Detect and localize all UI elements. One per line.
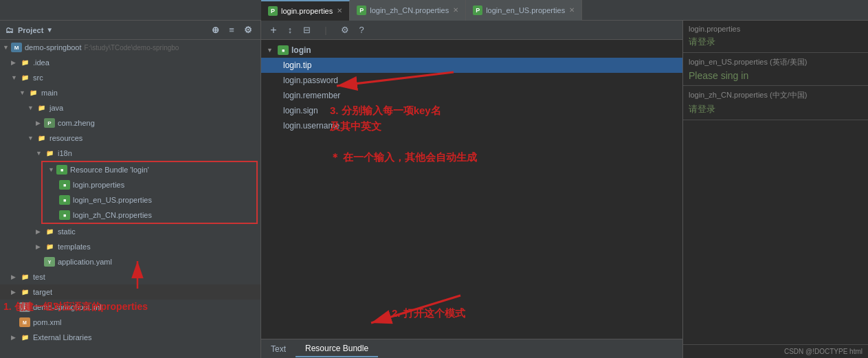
- icon-demo-iml: I: [19, 302, 30, 312]
- right-footer: CSDN @!DOCTYPE html: [683, 344, 868, 358]
- icon-login-zh-properties: ■: [59, 210, 70, 220]
- tree-item-main[interactable]: ▼ 📁 main: [0, 85, 260, 100]
- key-text-login-username: login.username: [283, 121, 340, 131]
- icon-application-yaml: Y: [44, 257, 55, 267]
- right-section-value-login-en[interactable]: Please sing in: [689, 70, 863, 81]
- label-login-properties: login.properties: [73, 181, 124, 189]
- tree-item-external-libs[interactable]: ▶ 📁 External Libraries: [0, 330, 260, 345]
- bundle-item-login-password[interactable]: login.password: [261, 73, 682, 88]
- center-expand-btn[interactable]: ⊟: [300, 23, 313, 37]
- sidebar-sync-btn[interactable]: ⊕: [208, 23, 222, 37]
- tree-item-login-zh-properties[interactable]: ■ login_zh_CN.properties: [43, 208, 256, 223]
- arrow-resource-bundle: ▼: [48, 166, 56, 173]
- sidebar-title: Project: [18, 26, 43, 34]
- icon-target: 📁: [19, 287, 30, 297]
- tree-item-i18n[interactable]: ▼ 📁 i18n: [0, 146, 260, 161]
- project-icon: 🗂: [5, 25, 14, 35]
- tree-item-test[interactable]: ▶ 📁 test: [0, 269, 260, 284]
- label-external-libs: External Libraries: [33, 333, 92, 342]
- tree-item-pom-xml[interactable]: ▶ M pom.xml: [0, 315, 260, 330]
- tab-resource-bundle[interactable]: Resource Bundle: [296, 341, 378, 357]
- right-section-label-login-props: login.properties: [689, 25, 863, 33]
- arrow-src: ▼: [11, 74, 19, 81]
- icon-templates: 📁: [44, 242, 55, 251]
- tab-close-login-en[interactable]: ✕: [569, 6, 575, 14]
- key-text-login-sign: login.sign: [283, 106, 318, 115]
- bundle-item-login-username[interactable]: login.username: [261, 118, 682, 133]
- label-demo-springboot: demo-springboot: [25, 43, 82, 52]
- label-demo-iml: demo-springboot.iml: [33, 303, 102, 311]
- tab-text[interactable]: Text: [261, 342, 296, 357]
- sidebar-settings-btn[interactable]: ⚙: [241, 23, 255, 37]
- tree-item-java[interactable]: ▼ 📁 java: [0, 100, 260, 115]
- arrow-resources: ▼: [27, 135, 36, 142]
- arrow-i18n: ▼: [36, 150, 44, 157]
- tab-label-login-en: login_en_US.properties: [486, 6, 565, 14]
- tree-item-login-properties[interactable]: ■ login.properties: [43, 177, 256, 192]
- icon-resource-bundle: ■: [56, 165, 67, 175]
- icon-pom-xml: M: [19, 317, 30, 327]
- annotation-step1: [683, 228, 868, 236]
- tree-item-demo-springboot[interactable]: ▼ M demo-springboot F:\study\TCode\demo-…: [0, 40, 260, 55]
- sidebar-header: 🗂 Project ▼ ⊕ ≡ ⚙: [0, 21, 260, 40]
- tab-label-login-zh: login_zh_CN.properties: [370, 6, 449, 14]
- center-settings-btn[interactable]: ⚙: [338, 23, 352, 37]
- center-toolbar: + ↕ ⊟ | ⚙ ?: [261, 21, 682, 40]
- right-footer-text: CSDN @!DOCTYPE html: [784, 348, 863, 355]
- icon-i18n: 📁: [44, 148, 55, 158]
- tab-close-login-zh[interactable]: ✕: [453, 6, 458, 14]
- tree-item-idea[interactable]: ▶ 📁 .idea: [0, 55, 260, 70]
- icon-main: 📁: [27, 88, 38, 98]
- label-login-zh-properties: login_zh_CN.properties: [73, 211, 152, 219]
- icon-idea: 📁: [19, 58, 30, 67]
- center-divider: |: [319, 23, 333, 37]
- tree-item-login-en-properties[interactable]: ■ login_en_US.properties: [43, 192, 256, 208]
- right-panel: login.properties 请登录 login_en_US.propert…: [682, 21, 868, 358]
- label-java: java: [49, 104, 63, 112]
- highlighted-bundle-section: ▼ ■ Resource Bundle 'login' ■ login.prop…: [41, 161, 258, 224]
- tree-item-resource-bundle[interactable]: ▼ ■ Resource Bundle 'login': [43, 162, 256, 177]
- tree-item-demo-iml[interactable]: ▶ I demo-springboot.iml: [0, 300, 260, 315]
- right-section-login-zh: login_zh_CN.properties (中文/中国) 请登录: [683, 86, 868, 120]
- tab-icon-props: P: [268, 6, 278, 16]
- tree-item-target[interactable]: ▶ 📁 target: [0, 284, 260, 300]
- key-text-login-password: login.password: [283, 76, 338, 85]
- tree-item-application-yaml[interactable]: ▶ Y application.yaml: [0, 254, 260, 269]
- icon-java: 📁: [36, 103, 47, 113]
- center-sort-btn[interactable]: ↕: [283, 23, 297, 37]
- label-resource-bundle: Resource Bundle 'login': [70, 166, 149, 174]
- center-add-btn[interactable]: +: [267, 23, 280, 37]
- tree-item-src[interactable]: ▼ 📁 src: [0, 70, 260, 85]
- tab-login-zh[interactable]: P login_zh_CN.properties ✕: [350, 0, 466, 21]
- tab-login-props[interactable]: P login.properties ✕: [261, 0, 350, 21]
- sidebar-collapse-btn[interactable]: ≡: [225, 23, 238, 37]
- center-help-btn[interactable]: ?: [355, 23, 368, 37]
- sidebar: 🗂 Project ▼ ⊕ ≡ ⚙ ▼ M demo-springboot F:…: [0, 21, 261, 358]
- icon-login-properties: ■: [59, 180, 70, 190]
- center-panel: + ↕ ⊟ | ⚙ ? ▼ ■ login login.tip login.: [261, 21, 682, 358]
- label-target: target: [33, 288, 52, 296]
- tab-login-en[interactable]: P login_en_US.properties ✕: [466, 0, 582, 21]
- tree-item-static[interactable]: ▶ 📁 static: [0, 224, 260, 239]
- right-section-value-login-zh[interactable]: 请登录: [689, 103, 863, 115]
- right-section-value-login-props[interactable]: 请登录: [689, 36, 863, 48]
- label-login-en-properties: login_en_US.properties: [73, 196, 152, 204]
- tree-item-templates[interactable]: ▶ 📁 templates: [0, 239, 260, 254]
- arrow-main: ▼: [19, 89, 27, 96]
- label-static: static: [58, 227, 76, 236]
- bundle-item-login-tip[interactable]: login.tip: [261, 58, 682, 73]
- icon-com-zheng: P: [44, 118, 55, 128]
- project-dropdown-icon[interactable]: ▼: [46, 26, 53, 34]
- label-src: src: [33, 74, 43, 82]
- bundle-item-login-sign[interactable]: login.sign: [261, 103, 682, 118]
- arrow-java: ▼: [27, 104, 36, 111]
- arrow-external-libs: ▶: [11, 334, 19, 341]
- label-com-zheng: com.zheng: [58, 119, 95, 127]
- tree-item-resources[interactable]: ▼ 📁 resources: [0, 131, 260, 146]
- bottom-tabs: Text Resource Bundle: [261, 339, 682, 358]
- arrow-templates: ▶: [36, 243, 44, 250]
- bundle-item-login-remember[interactable]: login.remember: [261, 88, 682, 103]
- path-demo-springboot: F:\study\TCode\demo-springbo: [85, 44, 179, 52]
- tab-close-login-props[interactable]: ✕: [337, 7, 342, 14]
- tree-item-com-zheng[interactable]: ▶ P com.zheng: [0, 115, 260, 131]
